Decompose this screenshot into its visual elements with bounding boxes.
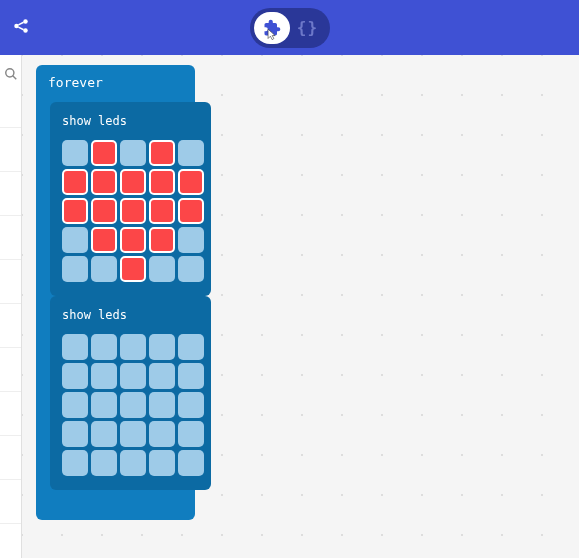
led-cell[interactable]: [149, 392, 175, 418]
led-cell[interactable]: [178, 421, 204, 447]
forever-label: forever: [36, 65, 195, 102]
show-leds-block-2[interactable]: show leds: [50, 296, 211, 490]
led-cell[interactable]: [178, 450, 204, 476]
led-grid-2: [56, 332, 205, 480]
led-cell[interactable]: [62, 227, 88, 253]
toolbox-category[interactable]: [0, 304, 21, 348]
led-cell[interactable]: [149, 421, 175, 447]
led-cell[interactable]: [120, 227, 146, 253]
led-cell[interactable]: [120, 363, 146, 389]
cursor-icon: [264, 28, 278, 42]
code-mode-button[interactable]: {}: [290, 12, 326, 44]
led-cell[interactable]: [62, 334, 88, 360]
led-cell[interactable]: [120, 169, 146, 195]
led-cell[interactable]: [62, 169, 88, 195]
main-area: forever show leds show leds: [0, 55, 579, 558]
led-cell[interactable]: [62, 140, 88, 166]
led-cell[interactable]: [91, 450, 117, 476]
show-leds-label: show leds: [56, 108, 205, 138]
toolbox-category[interactable]: [0, 260, 21, 304]
led-cell[interactable]: [178, 334, 204, 360]
toolbox-category[interactable]: [0, 128, 21, 172]
led-cell[interactable]: [91, 198, 117, 224]
workspace[interactable]: forever show leds show leds: [22, 55, 579, 558]
svg-point-3: [5, 69, 13, 77]
led-cell[interactable]: [62, 198, 88, 224]
led-cell[interactable]: [120, 256, 146, 282]
share-icon[interactable]: [12, 17, 30, 39]
led-cell[interactable]: [62, 421, 88, 447]
toolbox-category[interactable]: [0, 172, 21, 216]
toolbox-category[interactable]: [0, 480, 21, 524]
top-bar: {}: [0, 0, 579, 55]
led-cell[interactable]: [178, 227, 204, 253]
led-cell[interactable]: [149, 227, 175, 253]
led-cell[interactable]: [91, 392, 117, 418]
svg-point-0: [14, 23, 19, 28]
led-cell[interactable]: [149, 256, 175, 282]
led-cell[interactable]: [149, 198, 175, 224]
braces-icon: {}: [297, 18, 318, 37]
led-cell[interactable]: [62, 392, 88, 418]
led-cell[interactable]: [178, 198, 204, 224]
forever-block[interactable]: forever show leds show leds: [36, 65, 195, 520]
mode-toggle: {}: [250, 8, 330, 48]
toolbox-category[interactable]: [0, 436, 21, 480]
led-cell[interactable]: [62, 363, 88, 389]
led-cell[interactable]: [62, 450, 88, 476]
toolbox-sidebar: [0, 55, 22, 558]
led-cell[interactable]: [62, 256, 88, 282]
led-cell[interactable]: [178, 140, 204, 166]
show-leds-label: show leds: [56, 302, 205, 332]
led-cell[interactable]: [91, 227, 117, 253]
led-cell[interactable]: [149, 363, 175, 389]
led-cell[interactable]: [149, 140, 175, 166]
led-cell[interactable]: [120, 334, 146, 360]
led-cell[interactable]: [120, 198, 146, 224]
search-icon[interactable]: [4, 67, 18, 84]
led-cell[interactable]: [91, 140, 117, 166]
led-cell[interactable]: [149, 450, 175, 476]
led-cell[interactable]: [91, 256, 117, 282]
led-cell[interactable]: [149, 334, 175, 360]
toolbox-category[interactable]: [0, 216, 21, 260]
blocks-mode-button[interactable]: [254, 12, 290, 44]
toolbox-category[interactable]: [0, 348, 21, 392]
led-cell[interactable]: [91, 334, 117, 360]
led-cell[interactable]: [120, 421, 146, 447]
led-cell[interactable]: [120, 140, 146, 166]
show-leds-block-1[interactable]: show leds: [50, 102, 211, 296]
toolbox-category[interactable]: [0, 392, 21, 436]
led-cell[interactable]: [178, 169, 204, 195]
led-cell[interactable]: [149, 169, 175, 195]
toolbox-category[interactable]: [0, 84, 21, 128]
led-cell[interactable]: [91, 421, 117, 447]
svg-point-1: [23, 19, 28, 24]
led-cell[interactable]: [120, 450, 146, 476]
led-cell[interactable]: [91, 169, 117, 195]
led-cell[interactable]: [91, 363, 117, 389]
led-cell[interactable]: [120, 392, 146, 418]
led-cell[interactable]: [178, 363, 204, 389]
svg-point-2: [23, 28, 28, 33]
led-grid-1: [56, 138, 205, 286]
led-cell[interactable]: [178, 392, 204, 418]
led-cell[interactable]: [178, 256, 204, 282]
